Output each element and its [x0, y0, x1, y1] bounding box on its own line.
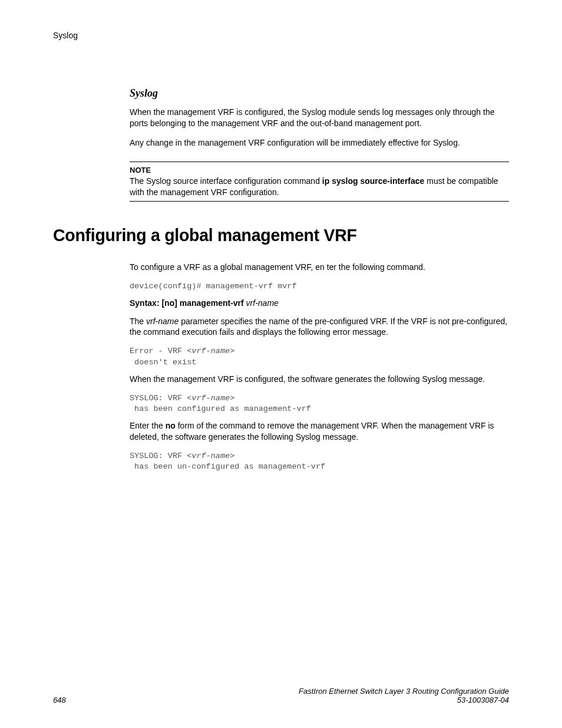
- code2-c: doesn't exist: [130, 358, 196, 367]
- code2-b: <vrf-name>: [187, 347, 234, 355]
- p2-post: parameter specifies the name of the pre-…: [130, 317, 507, 337]
- footer-right: FastIron Ethernet Switch Layer 3 Routing…: [299, 687, 509, 704]
- page-container: Syslog Syslog When the management VRF is…: [0, 0, 562, 728]
- code-block-3: SYSLOG: VRF <vrf-name> has been configur…: [130, 393, 509, 414]
- code4-c: has been un-configured as management-vrf: [130, 462, 325, 471]
- p2-italic: vrf-name: [146, 317, 178, 326]
- syslog-heading: Syslog: [130, 87, 509, 100]
- code2-a: Error - VRF: [130, 347, 187, 355]
- page-number: 648: [53, 696, 66, 704]
- code3-b: <vrf-name>: [187, 394, 234, 403]
- code3-c: has been configured as management-vrf: [130, 404, 311, 413]
- syslog-p2: Any change in the management VRF configu…: [130, 137, 509, 149]
- running-header: Syslog: [53, 31, 509, 40]
- p4-bold: no: [166, 421, 176, 430]
- config-p4: Enter the no form of the command to remo…: [130, 420, 509, 443]
- code4-b: <vrf-name>: [187, 452, 234, 460]
- note-pre: The Syslog source interface configuratio…: [130, 176, 322, 186]
- p4-post: form of the command to remove the manage…: [130, 421, 494, 442]
- p4-pre: Enter the: [130, 421, 166, 430]
- note-label: NOTE: [130, 166, 509, 174]
- syslog-section: Syslog When the management VRF is config…: [130, 87, 509, 202]
- syntax-bold: Syntax: [no] management-vrf: [130, 298, 244, 308]
- doc-number: 53-1003087-04: [299, 696, 509, 704]
- note-bold-command: ip syslog source-interface: [322, 176, 425, 186]
- p2-pre: The: [130, 317, 146, 326]
- note-text: The Syslog source interface configuratio…: [130, 176, 509, 198]
- syntax-line: Syntax: [no] management-vrf vrf-name: [130, 298, 509, 308]
- code4-a: SYSLOG: VRF: [130, 452, 187, 460]
- code-block-4: SYSLOG: VRF <vrf-name> has been un-confi…: [130, 451, 509, 472]
- code-block-1: device(config)# management-vrf mvrf: [130, 281, 509, 292]
- code3-a: SYSLOG: VRF: [130, 394, 187, 403]
- config-p3: When the management VRF is configured, t…: [130, 374, 509, 385]
- syntax-italic: vrf-name: [244, 298, 279, 308]
- config-section: To configure a VRF as a global managemen…: [130, 262, 509, 472]
- code-block-2: Error - VRF <vrf-name> doesn't exist: [130, 346, 509, 367]
- syslog-p1: When the management VRF is configured, t…: [130, 107, 509, 129]
- config-p2: The vrf-name parameter specifies the nam…: [130, 316, 509, 338]
- doc-title: FastIron Ethernet Switch Layer 3 Routing…: [299, 687, 509, 696]
- note-box: NOTE The Syslog source interface configu…: [130, 162, 509, 202]
- page-footer: 648 FastIron Ethernet Switch Layer 3 Rou…: [53, 687, 509, 704]
- config-p1: To configure a VRF as a global managemen…: [130, 262, 509, 273]
- main-heading: Configuring a global management VRF: [53, 225, 486, 245]
